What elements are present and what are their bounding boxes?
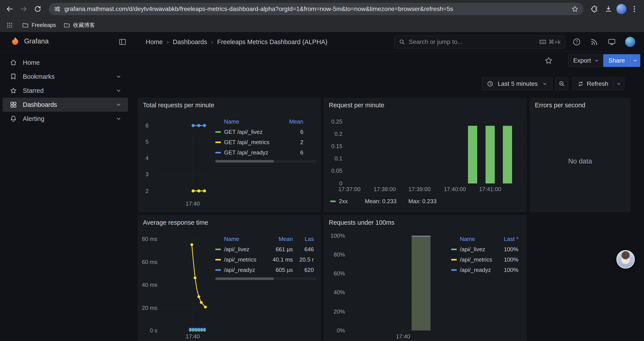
sidebar-item-alerting[interactable]: Alerting xyxy=(3,112,128,126)
share-button[interactable]: Share xyxy=(603,54,630,67)
legend-column-header[interactable]: Mean xyxy=(279,118,303,125)
svg-text:0.2: 0.2 xyxy=(334,131,342,137)
search-placeholder: Search or jump to... xyxy=(409,38,536,46)
refresh-button[interactable]: Refresh xyxy=(572,78,613,90)
legend-series-name[interactable]: /api/_readyz xyxy=(451,267,494,273)
breadcrumb-item[interactable]: Dashboards xyxy=(173,38,207,46)
svg-text:17:40: 17:40 xyxy=(186,333,200,340)
legend-series-name[interactable]: GET /api/_readyz xyxy=(215,149,279,156)
refresh-label: Refresh xyxy=(587,80,608,87)
user-avatar[interactable] xyxy=(625,37,635,47)
legend-value: 100% xyxy=(494,256,518,263)
breadcrumb-item[interactable]: Home xyxy=(146,38,163,46)
no-data-message: No data xyxy=(530,157,630,165)
extensions-icon[interactable] xyxy=(588,3,600,15)
legend-value: 605 µs xyxy=(262,267,293,273)
browser-toolbar: grafana.mathmast.com/d/deytv4rwavabkb/fr… xyxy=(0,0,644,18)
help-icon[interactable]: ? xyxy=(572,38,581,46)
refresh-interval-chevron-icon[interactable] xyxy=(613,78,624,90)
legend-series-name[interactable]: GET /api/_metrics xyxy=(215,139,279,146)
refresh-icon xyxy=(578,81,584,87)
legend-series-name[interactable]: /api/_metrics xyxy=(451,256,494,263)
svg-text:0.05: 0.05 xyxy=(331,167,342,174)
chevron-down-icon xyxy=(594,58,599,63)
legend-series-name[interactable]: /api/_metrics xyxy=(215,256,262,263)
svg-text:17:41:00: 17:41:00 xyxy=(479,186,501,192)
legend-row: /api/_readyz605 µs620 xyxy=(215,265,316,275)
legend-series-name[interactable]: /api/_readyz xyxy=(215,267,262,273)
legend-scrollbar[interactable] xyxy=(215,160,316,163)
panel-total-requests-per-minute: Total requests per minute 6543217:40 Nam… xyxy=(138,98,320,212)
chevron-down-icon[interactable] xyxy=(115,101,122,108)
sidebar-item-starred[interactable]: Starred xyxy=(3,84,128,98)
series-color-swatch xyxy=(215,152,221,153)
svg-text:17:40:00: 17:40:00 xyxy=(444,186,466,192)
legend-column-header[interactable]: Name xyxy=(451,236,494,242)
legend-column-header[interactable]: Name xyxy=(215,118,279,125)
legend-scrollbar[interactable] xyxy=(215,277,316,280)
sidebar-item-dashboards[interactable]: Dashboards xyxy=(3,98,128,112)
svg-text:3: 3 xyxy=(146,171,148,178)
bookmark-star-icon[interactable] xyxy=(571,5,579,13)
reload-icon[interactable] xyxy=(32,3,44,15)
series-color-swatch xyxy=(215,142,221,143)
forward-icon[interactable] xyxy=(18,3,30,15)
legend-column-header[interactable]: Last * xyxy=(494,236,518,242)
export-button[interactable]: Export xyxy=(568,54,604,67)
news-rss-icon[interactable] xyxy=(590,38,598,46)
legend-column-header[interactable]: Name xyxy=(215,236,262,242)
legend-value: 40.1 ms xyxy=(262,256,293,263)
svg-text:4: 4 xyxy=(146,155,148,161)
panel-title[interactable]: Average response time xyxy=(143,219,208,226)
share-menu-chevron-icon[interactable] xyxy=(630,54,640,67)
legend-value: 661 µs xyxy=(262,246,293,253)
chart-canvas[interactable]: 0.250.20.150.10.05017:37:0017:38:0017:39… xyxy=(324,98,527,212)
back-icon[interactable] xyxy=(4,3,16,15)
bookmark-item-freeleaps[interactable]: Freeleaps xyxy=(22,22,56,29)
bookmarks-bar: Freeleaps 收藏博客 xyxy=(0,18,644,32)
address-bar[interactable]: grafana.mathmast.com/d/deytv4rwavabkb/fr… xyxy=(49,3,584,15)
grafana-header: Grafana Home›Dashboards›Freeleaps Metric… xyxy=(0,32,644,52)
bookmark-item-blog[interactable]: 收藏博客 xyxy=(63,22,95,29)
chevron-down-icon[interactable] xyxy=(115,115,122,122)
svg-text:0 s: 0 s xyxy=(150,327,158,334)
apps-grid-icon[interactable] xyxy=(5,21,14,30)
svg-text:17:38:00: 17:38:00 xyxy=(374,186,396,192)
site-info-icon[interactable] xyxy=(54,5,61,13)
url-text[interactable]: grafana.mathmast.com/d/deytv4rwavabkb/fr… xyxy=(64,6,568,13)
share-split-button: Share xyxy=(603,54,640,67)
sidebar-item-home[interactable]: Home xyxy=(3,56,128,70)
legend-series-name[interactable]: /api/_livez xyxy=(215,246,262,253)
grafana-logo[interactable] xyxy=(10,36,21,48)
sidebar-item-bookmarks[interactable]: Bookmarks xyxy=(3,70,128,84)
downloads-icon[interactable] xyxy=(602,3,615,15)
legend-series-name[interactable]: /api/_livez xyxy=(451,246,494,253)
legend-row: /api/_readyz100% xyxy=(451,265,522,275)
bell-icon xyxy=(10,115,17,122)
chevron-down-icon[interactable] xyxy=(115,87,122,94)
time-range-picker[interactable]: Last 5 minutes xyxy=(482,78,552,90)
legend-row: GET /api/_metrics2 xyxy=(215,137,316,147)
assistant-avatar-button[interactable] xyxy=(616,250,635,269)
scrollbar-thumb[interactable] xyxy=(215,277,274,280)
chevron-down-icon[interactable] xyxy=(115,73,122,80)
panel-title[interactable]: Total requests per minute xyxy=(143,102,214,109)
legend-series-name[interactable]: GET /api/_livez xyxy=(215,129,279,135)
panel-title[interactable]: Requests under 100ms xyxy=(329,219,394,226)
legend-series-name[interactable]: 2xx xyxy=(339,198,348,205)
favorite-star-icon[interactable] xyxy=(544,56,554,65)
scrollbar-thumb[interactable] xyxy=(215,160,274,163)
browser-menu-kebab-icon[interactable] xyxy=(628,3,640,15)
home-icon xyxy=(10,59,17,66)
zoom-out-icon[interactable] xyxy=(556,78,568,90)
panel-title[interactable]: Request per minute xyxy=(329,102,384,109)
legend-column-header[interactable]: Mean xyxy=(262,236,293,242)
search-input[interactable]: Search or jump to... ⌘+k xyxy=(394,36,565,48)
panel-title[interactable]: Errors per second xyxy=(535,102,586,109)
browser-profile-avatar[interactable] xyxy=(616,4,626,14)
sidebar-toggle-icon[interactable] xyxy=(118,38,127,46)
monitor-icon[interactable] xyxy=(608,38,616,46)
svg-text:60%: 60% xyxy=(334,270,345,277)
legend-value: 620 xyxy=(293,267,314,273)
legend-column-header[interactable]: Las xyxy=(293,236,314,242)
